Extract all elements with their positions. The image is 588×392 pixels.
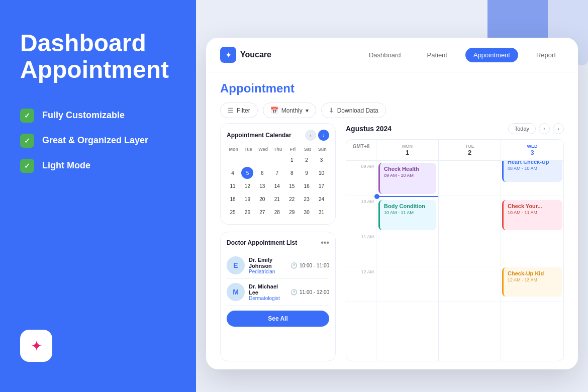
nav-appointment[interactable]: Appointment	[465, 48, 518, 62]
doctor-list-header: Doctor Appointment List •••	[227, 238, 329, 247]
download-button[interactable]: ⬇ Download Data	[321, 103, 386, 118]
cal-day-17[interactable]: 17	[316, 180, 328, 192]
cal-day-22[interactable]: 22	[286, 193, 298, 205]
event-time: 10 AM - 11 AM	[508, 210, 558, 215]
event-check-your[interactable]: Check Your... 10 AM - 11 AM	[502, 200, 562, 230]
calendar-grid: Mon Tue Wed Thu Fri Sat Sun	[227, 146, 329, 218]
time-slot-10am: 10 AM	[346, 196, 376, 231]
cal-day-27[interactable]: 27	[256, 206, 268, 218]
day-col-tue	[439, 161, 501, 361]
filter-button[interactable]: ☰ Filter	[220, 103, 258, 118]
cal-day-29[interactable]: 29	[286, 206, 298, 218]
calendar-prev-button[interactable]: ‹	[305, 130, 316, 141]
cal-day-6[interactable]: 6	[256, 167, 268, 179]
cal-day-empty	[227, 154, 239, 166]
day-header-mon: Mon	[227, 146, 240, 153]
timezone-header: GMT+8	[346, 140, 376, 160]
right-panel: ✦ Youcare Dashboard Patient Appointment …	[196, 0, 588, 392]
appointment-header: Appointment ☰ Filter 📅 Monthly ▾ ⬇ Downl…	[206, 72, 578, 123]
cal-day-19[interactable]: 19	[241, 193, 253, 205]
figma-logo: ✦	[20, 330, 52, 362]
grid-col-headers: GMT+8 MON 1 TUE 2 WED	[346, 140, 563, 161]
calendar-header: Appointment Calendar ‹ ›	[227, 130, 329, 141]
day-header-sat: Sat	[301, 146, 314, 153]
schedule-header: Agustus 2024 Today ‹ ›	[346, 123, 564, 134]
calendar-next-button[interactable]: ›	[318, 130, 329, 141]
hero-title: Dashboard Appointment	[20, 30, 176, 83]
clock-icon: 🕐	[290, 289, 298, 296]
event-check-health[interactable]: Check Health 09 AM - 10 AM	[378, 163, 436, 194]
cal-day-3[interactable]: 3	[316, 154, 328, 166]
cal-day-20[interactable]: 20	[256, 193, 268, 205]
feature-item: ✓ Fully Customizable	[20, 109, 176, 123]
doctor-item: E Dr. Emily Johnson Pediatrician 🕐 10:00…	[227, 252, 329, 279]
event-time: 09 AM - 10 AM	[384, 173, 432, 178]
cal-day-10[interactable]: 10	[316, 167, 328, 179]
check-icon: ✓	[20, 159, 34, 173]
cal-day-26[interactable]: 26	[241, 206, 253, 218]
event-checkup-kid-2[interactable]: Check-Up Kid 12 AM - 13 AM	[502, 267, 562, 297]
filter-icon: ☰	[228, 107, 234, 114]
cal-day-25[interactable]: 25	[227, 206, 239, 218]
day-slot	[376, 231, 438, 266]
doctor-time-wrap: 🕐 10:00 - 11:00	[290, 262, 329, 269]
cal-day-30[interactable]: 30	[301, 206, 313, 218]
cal-day-7[interactable]: 7	[271, 167, 283, 179]
cal-day-18[interactable]: 18	[227, 193, 239, 205]
cal-day-13[interactable]: 13	[256, 180, 268, 192]
event-body-condition[interactable]: Body Condition 10 AM - 11 AM	[378, 200, 436, 230]
cal-day-5-today[interactable]: 5	[241, 167, 253, 179]
nav-patient[interactable]: Patient	[419, 48, 455, 62]
day-slot	[376, 266, 438, 302]
cal-day-14[interactable]: 14	[271, 180, 283, 192]
calendar-icon: 📅	[270, 107, 278, 114]
day-header-tue: Tue	[241, 146, 255, 153]
cal-day-31[interactable]: 31	[316, 206, 328, 218]
time-column: 09 AM 10 AM 11 AM 12 AM	[346, 161, 376, 361]
cal-day-empty	[241, 154, 253, 166]
cal-day-12[interactable]: 12	[241, 180, 253, 192]
schedule-month: Agustus 2024	[346, 125, 391, 133]
time-indicator	[376, 196, 438, 197]
see-all-button[interactable]: See All	[227, 311, 329, 327]
doctor-time: 11:00 - 12:00	[300, 289, 329, 295]
doctor-time-wrap: 🕐 11:00 - 12:00	[290, 289, 329, 296]
cal-day-2[interactable]: 2	[301, 154, 313, 166]
schedule-column: Agustus 2024 Today ‹ › GMT+8	[346, 123, 564, 361]
cal-day-empty	[271, 154, 283, 166]
cal-day-11[interactable]: 11	[227, 180, 239, 192]
schedule-next-button[interactable]: ›	[553, 123, 564, 134]
schedule-prev-button[interactable]: ‹	[539, 123, 550, 134]
nav-report[interactable]: Report	[528, 48, 564, 62]
card-content: Appointment ☰ Filter 📅 Monthly ▾ ⬇ Downl…	[206, 72, 578, 369]
chevron-down-icon: ▾	[306, 107, 309, 114]
cal-day-4[interactable]: 4	[227, 167, 239, 179]
cal-day-8[interactable]: 8	[286, 167, 298, 179]
doctor-info-emily: Dr. Emily Johnson Pediatrician	[249, 257, 286, 274]
doctor-list-card: Doctor Appointment List ••• E Dr. Emily …	[220, 232, 336, 361]
cal-day-1[interactable]: 1	[286, 154, 298, 166]
cal-day-21[interactable]: 21	[271, 193, 283, 205]
event-title: Heart Check-Up	[508, 161, 558, 165]
doctor-time: 10:00 - 11:00	[300, 263, 329, 268]
calendar-title: Appointment Calendar	[227, 132, 291, 139]
cal-day-15[interactable]: 15	[286, 180, 298, 192]
download-icon: ⬇	[329, 107, 334, 114]
logo-text: Youcare	[240, 50, 271, 59]
time-slot-12am: 12 AM	[346, 266, 376, 302]
cal-day-16[interactable]: 16	[301, 180, 313, 192]
cal-day-28[interactable]: 28	[271, 206, 283, 218]
dots-menu-button[interactable]: •••	[321, 238, 329, 247]
monthly-button[interactable]: 📅 Monthly ▾	[263, 103, 316, 118]
day-slot	[439, 161, 501, 196]
today-button[interactable]: Today	[508, 123, 536, 134]
calendar-nav: ‹ ›	[305, 130, 329, 141]
event-heart-checkup[interactable]: Heart Check-Up 08 AM - 10 AM	[502, 161, 562, 182]
nav-dashboard[interactable]: Dashboard	[361, 48, 409, 62]
cal-day-24[interactable]: 24	[316, 193, 328, 205]
cal-day-empty	[256, 154, 268, 166]
doctor-avatar-michael: M	[227, 283, 245, 301]
cal-day-23[interactable]: 23	[301, 193, 313, 205]
dashboard-card: ✦ Youcare Dashboard Patient Appointment …	[206, 38, 578, 369]
cal-day-9[interactable]: 9	[301, 167, 313, 179]
